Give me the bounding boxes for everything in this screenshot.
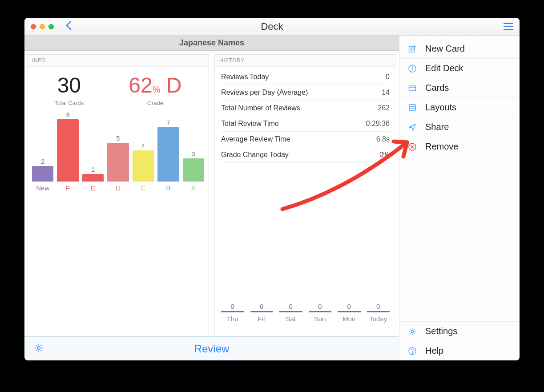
bar [107, 143, 129, 182]
gear-icon [33, 343, 44, 353]
day-bar [221, 311, 244, 312]
day-value: 0 [309, 303, 332, 310]
day-bar [367, 311, 390, 312]
bar-col-e: 1E [82, 166, 104, 192]
deck-name: Japanese Names [24, 36, 399, 51]
bar-value: 8 [66, 111, 70, 118]
svg-point-13 [412, 352, 413, 353]
sidebar-item-help[interactable]: Help [399, 341, 520, 360]
titlebar: Deck [24, 18, 520, 36]
day-value: 0 [367, 303, 390, 310]
menu-button[interactable] [504, 23, 513, 30]
grade-value: 62% D [129, 75, 181, 96]
sidebar-item-label: Help [425, 346, 443, 356]
svg-point-0 [37, 346, 40, 349]
history-value: 14 [382, 89, 390, 97]
sidebar-item-label: New Card [425, 44, 465, 54]
history-label: Grade Change Today [221, 151, 289, 159]
total-cards-label: Total Cards [55, 100, 84, 106]
bar [183, 158, 204, 182]
bar [82, 174, 104, 182]
compose-icon [407, 44, 417, 54]
back-button[interactable] [65, 20, 72, 33]
footer: Review [24, 336, 399, 360]
gear-icon [407, 327, 417, 336]
remove-icon [407, 142, 417, 152]
bar-label: E [91, 184, 95, 192]
bar-col-a: 3A [183, 150, 204, 192]
svg-rect-5 [409, 86, 416, 91]
sidebar-item-share[interactable]: Share [399, 117, 520, 137]
send-icon [407, 122, 417, 132]
day-label: Today [367, 315, 390, 323]
total-cards-value: 30 [55, 75, 84, 96]
day-col: 0Thu [221, 303, 244, 323]
grade-letter: D [166, 73, 182, 97]
history-row: Reviews Today0 [221, 69, 390, 85]
bar-label: A [191, 184, 196, 192]
help-icon [407, 346, 417, 356]
close-window[interactable] [31, 24, 36, 29]
history-value: 262 [378, 104, 390, 112]
sidebar-item-cards[interactable]: Cards [399, 78, 520, 97]
cards-icon [407, 83, 417, 93]
bar [57, 119, 78, 182]
sidebar-item-edit-deck[interactable]: Edit Deck [399, 58, 520, 78]
history-value: 0:29:36 [366, 120, 390, 128]
day-bar [279, 311, 302, 312]
sidebar-item-label: Share [425, 122, 449, 132]
history-label: Reviews per Day (Average) [221, 89, 308, 97]
review-button[interactable]: Review [24, 343, 399, 355]
bar-col-c: 4C [133, 142, 154, 192]
day-bar [338, 311, 361, 312]
settings-button-footer[interactable] [33, 343, 44, 355]
sidebar-item-remove[interactable]: Remove [399, 137, 520, 156]
day-label: Sat [279, 315, 302, 323]
window-controls [31, 24, 54, 29]
grade-percent: 62 [129, 73, 152, 97]
day-col: 0Mon [338, 303, 361, 323]
day-label: Thu [221, 315, 244, 323]
history-label: Total Number of Reviews [221, 104, 300, 112]
page-title: Deck [24, 21, 520, 32]
sidebar-item-new-card[interactable]: New Card [399, 39, 520, 58]
svg-point-4 [412, 66, 413, 67]
zoom-window[interactable] [48, 24, 54, 29]
layouts-icon [407, 103, 417, 113]
history-value: 6.8s [376, 135, 390, 143]
history-row: Average Review Time6.8s [221, 132, 390, 147]
day-label: Fri [250, 315, 274, 323]
bar-value: 4 [141, 142, 145, 150]
bar-value: 2 [41, 158, 44, 165]
day-col: 0Today [367, 303, 390, 323]
day-value: 0 [279, 303, 302, 310]
bar-label: B [166, 184, 170, 192]
day-value: 0 [250, 303, 274, 310]
history-label: Average Review Time [221, 135, 290, 143]
history-label: Reviews Today [221, 73, 269, 81]
day-bar [250, 311, 274, 312]
sidebar-item-layouts[interactable]: Layouts [399, 97, 520, 117]
grade-bar-chart: 2New8F1E5D4C7B3A [28, 108, 209, 197]
bar-col-f: 8F [57, 111, 78, 192]
minimize-window[interactable] [40, 24, 45, 29]
day-label: Sun [309, 315, 332, 323]
bar [157, 127, 179, 182]
sidebar-item-settings[interactable]: Settings [399, 322, 520, 341]
svg-point-11 [411, 330, 413, 332]
info-icon [407, 64, 417, 73]
history-list: Reviews Today0Reviews per Day (Average)1… [215, 67, 396, 163]
bar-value: 5 [117, 135, 120, 142]
history-row: Reviews per Day (Average)14 [221, 85, 390, 101]
sidebar-item-label: Cards [425, 83, 449, 93]
total-cards-stat: 30 Total Cards [55, 75, 84, 106]
history-row: Total Number of Reviews262 [221, 101, 390, 116]
day-bar [309, 311, 332, 312]
bar-col-b: 7B [157, 119, 179, 192]
grade-stat: 62% D Grade [129, 75, 181, 106]
history-value: 0% [379, 151, 390, 159]
sidebar-item-label: Layouts [425, 102, 456, 113]
info-panel: INFO 30 Total Cards 62% D Grade [27, 54, 209, 336]
svg-rect-1 [409, 46, 415, 52]
bar-value: 3 [192, 150, 195, 158]
